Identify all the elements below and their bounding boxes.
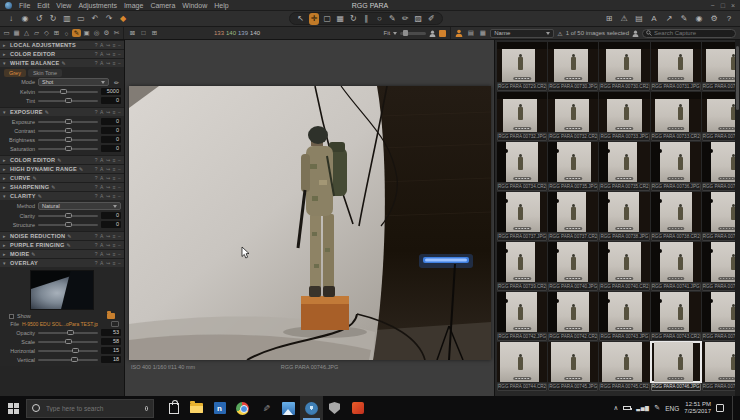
thumbnail-cell[interactable]: RGG PARA 00734.CR2	[497, 142, 547, 191]
collapse-icon[interactable]: −	[118, 175, 121, 181]
gear-icon[interactable]: ⚙	[102, 29, 111, 37]
overlay-horizontal-slider[interactable]	[38, 350, 98, 352]
draw-mask-tool-icon[interactable]: ✎	[387, 13, 397, 25]
menu-file[interactable]: File	[19, 2, 30, 9]
help-icon[interactable]: ?	[95, 42, 98, 48]
slider-value[interactable]: 15	[101, 347, 121, 354]
thumbnail-cell[interactable]: RGG PARA 00742.CR2	[548, 292, 598, 341]
slider-handle[interactable]	[65, 137, 72, 142]
menu-image[interactable]: Image	[124, 2, 143, 9]
thumbnail-cell[interactable]: RGG PARA 00733.CR2	[651, 92, 701, 141]
rating-dots[interactable]	[718, 327, 736, 331]
thumbnail-image[interactable]	[497, 242, 547, 282]
preset-menu-icon[interactable]: ≡	[113, 166, 116, 172]
thumbnail-image[interactable]	[497, 142, 547, 182]
slider-handle[interactable]	[60, 89, 67, 94]
clarity-structure-slider[interactable]	[38, 224, 98, 226]
section-header-moire[interactable]: ▸MOIRE✎?A↪≡−	[0, 249, 124, 258]
copy-adjustments-icon[interactable]: ↪	[106, 242, 110, 248]
preset-menu-icon[interactable]: ≡	[113, 184, 116, 190]
collapse-icon[interactable]: −	[118, 260, 121, 266]
show-checkbox[interactable]	[9, 314, 14, 319]
thumbnail-image[interactable]	[548, 42, 598, 82]
copy-adjustments-icon[interactable]: ↪	[106, 51, 110, 57]
menu-camera[interactable]: Camera	[150, 2, 175, 9]
capture-icon[interactable]: ◉	[20, 13, 30, 25]
rating-dots[interactable]	[565, 177, 583, 181]
rating-dots[interactable]	[513, 377, 531, 381]
auto-adjust-icon[interactable]: A	[100, 184, 103, 190]
wb-kelvin-slider[interactable]	[38, 91, 98, 93]
rating-dots[interactable]	[718, 377, 736, 381]
help-icon[interactable]: ?	[95, 193, 98, 199]
copy-adjustments-icon[interactable]: ↪	[106, 157, 110, 163]
section-header-clarity[interactable]: ▾CLARITY✎?A↪≡−	[0, 191, 124, 200]
radial-mask-icon[interactable]: ◎	[92, 29, 101, 37]
preferences-icon[interactable]: ⚙	[709, 13, 719, 25]
preset-menu-icon[interactable]: ≡	[113, 260, 116, 266]
thumbnail-image[interactable]	[651, 292, 701, 332]
copy-adjustments-icon[interactable]: ↪	[106, 166, 110, 172]
viewer-layout-icon[interactable]: ⊞	[604, 13, 614, 25]
slider-value[interactable]: 5000	[101, 88, 121, 95]
overlay-file-link[interactable]: H-9500 EDU SOL...oPara TEST.jpg	[22, 321, 98, 327]
flip-tool-icon[interactable]: ∥	[361, 13, 371, 25]
auto-adjust-icon[interactable]: A	[100, 175, 103, 181]
pan-tool-icon[interactable]: ✛	[309, 13, 320, 25]
thumbnail-image[interactable]	[651, 242, 701, 282]
section-collapsed-arrow-icon[interactable]: ▸	[3, 51, 8, 57]
slider-handle[interactable]	[65, 128, 72, 133]
select-tool-icon[interactable]: ↖	[296, 13, 306, 25]
section-header-purple-fringing[interactable]: ▸PURPLE FRINGING✎?A↪≡−	[0, 240, 124, 249]
photo-canvas[interactable]	[129, 86, 491, 360]
menu-edit[interactable]: Edit	[37, 2, 49, 9]
section-collapsed-arrow-icon[interactable]: ▸	[3, 42, 8, 48]
straighten-tool-icon[interactable]: ▦	[335, 13, 345, 25]
taskbar-search[interactable]	[26, 399, 154, 418]
overlay-folder-icon[interactable]	[107, 313, 115, 319]
crop-ratio-icon[interactable]: ◆	[118, 13, 128, 25]
auto-adjust-icon[interactable]: A	[100, 242, 103, 248]
thumbnail-image[interactable]	[548, 292, 598, 332]
preset-menu-icon[interactable]: ≡	[113, 233, 116, 239]
help-icon[interactable]: ?	[95, 51, 98, 57]
slider-value[interactable]: 0	[101, 212, 121, 219]
thumbnail-cell[interactable]: RGG PARA 00745.JPG	[548, 342, 598, 391]
color-tag-icon[interactable]: ◉	[694, 13, 704, 25]
menu-help[interactable]: Help	[214, 2, 228, 9]
help-icon[interactable]: ?	[95, 60, 98, 66]
slider-handle[interactable]	[65, 98, 72, 103]
preset-menu-icon[interactable]: ≡	[113, 51, 116, 57]
circle-mask-icon[interactable]: ○	[62, 30, 71, 37]
menu-view[interactable]: View	[56, 2, 71, 9]
help-icon[interactable]: ?	[95, 175, 98, 181]
rating-dots[interactable]	[667, 377, 685, 381]
zoom-fit-label[interactable]: Fit	[384, 30, 391, 36]
overlay-opacity-slider[interactable]	[38, 332, 98, 334]
brush-icon[interactable]: ✎	[72, 29, 81, 37]
help-icon[interactable]: ?	[95, 166, 98, 172]
auto-adjust-icon[interactable]: A	[100, 157, 103, 163]
preset-menu-icon[interactable]: ≡	[113, 157, 116, 163]
thumbnail-image[interactable]	[548, 242, 598, 282]
slider-handle[interactable]	[65, 146, 72, 151]
auto-adjust-icon[interactable]: A	[100, 233, 103, 239]
collapse-icon[interactable]: −	[118, 60, 121, 66]
browse-file-button[interactable]	[111, 321, 119, 327]
rating-dots[interactable]	[667, 227, 685, 231]
slider-handle[interactable]	[65, 339, 72, 344]
thumbnail-image[interactable]	[497, 342, 547, 382]
filter-warning-icon[interactable]: ⚠	[557, 30, 562, 37]
thumbnail-image[interactable]	[548, 342, 598, 382]
fill-mask-icon[interactable]: ▣	[82, 29, 91, 37]
collapse-icon[interactable]: −	[118, 251, 121, 257]
thumbnail-cell[interactable]: RGG PARA 00746.JPG	[651, 342, 701, 391]
shield-app-icon[interactable]	[323, 396, 346, 420]
copy-adjustments-icon[interactable]: ↪	[106, 109, 110, 115]
taskbar-clock[interactable]: 12:51 PM 7/25/2017	[684, 401, 711, 416]
copy-adjustments-icon[interactable]: ↪	[106, 60, 110, 66]
thumbnail-image[interactable]	[651, 342, 701, 382]
collapse-icon[interactable]: −	[118, 109, 121, 115]
auto-adjust-icon[interactable]: A	[100, 51, 103, 57]
rating-dots[interactable]	[667, 327, 685, 331]
